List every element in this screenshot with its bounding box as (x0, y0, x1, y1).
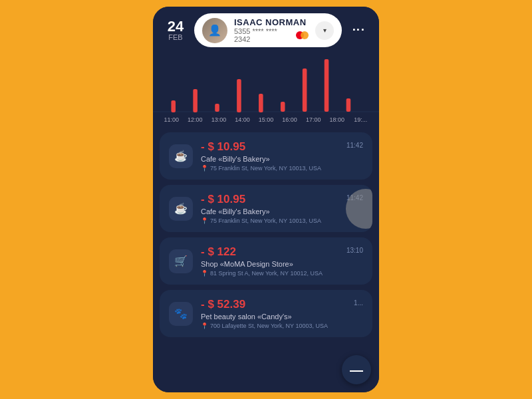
svg-rect-3 (215, 104, 219, 112)
card-number: 5355 **** **** 2342 (234, 27, 309, 43)
transaction-time-1: 11:42 (346, 142, 363, 149)
svg-rect-7 (303, 68, 307, 112)
chart-area: 11:00 12:00 13:00 14:00 15:00 16:00 17:0… (153, 54, 379, 127)
profile-info: ISAAC NORMAN 5355 **** **** 2342 (234, 17, 309, 43)
svg-rect-2 (193, 89, 198, 112)
transaction-name-4: Pet beauty salon «Candy's» (201, 313, 346, 321)
more-button[interactable]: ⋮ (348, 21, 368, 39)
svg-rect-9 (346, 98, 351, 112)
svg-rect-8 (325, 59, 329, 112)
chart-label-15: 15:00 (254, 116, 278, 123)
avatar: 👤 (202, 18, 227, 43)
transaction-icon-shop: 🛒 (169, 249, 193, 273)
chart-label-18: 18:00 (325, 116, 349, 123)
svg-rect-4 (237, 79, 241, 112)
chart-svg (153, 59, 379, 112)
chart-label-17: 17:00 (301, 116, 325, 123)
transaction-address-3: 📍 81 Spring St A, New York, NY 10012, US… (201, 270, 338, 277)
pin-icon-2: 📍 (201, 217, 208, 224)
table-row[interactable]: 🛒 - $ 122 Shop «MoMA Design Store» 📍 81 … (160, 237, 372, 285)
transactions-list: ☕ - $ 10.95 Cafe «Billy's Bakery» 📍 75 F… (153, 127, 379, 392)
transaction-address-4: 📍 700 Lafayette St, New York, NY 10003, … (201, 323, 346, 329)
transaction-icon-pet: 🐾 (169, 302, 193, 326)
table-row[interactable]: 🐾 - $ 52.39 Pet beauty salon «Candy's» 📍… (160, 290, 372, 337)
transaction-details-4: - $ 52.39 Pet beauty salon «Candy's» 📍 7… (201, 298, 346, 329)
transaction-name-2: Cafe «Billy's Bakery» (201, 207, 338, 215)
transaction-amount-2: - $ 10.95 (201, 193, 338, 206)
transaction-amount-1: - $ 10.95 (201, 140, 338, 154)
svg-rect-5 (259, 94, 263, 112)
transaction-time-4: 1... (354, 299, 363, 307)
transaction-time-3: 13:10 (346, 247, 363, 254)
transaction-icon-cafe2: ☕ (169, 197, 193, 221)
pin-icon-4: 📍 (201, 323, 208, 329)
chart-labels: 11:00 12:00 13:00 14:00 15:00 16:00 17:0… (153, 116, 379, 123)
dropdown-button[interactable]: ▾ (315, 21, 334, 40)
chart-label-14: 14:00 (231, 116, 255, 123)
transaction-amount-3: - $ 122 (201, 245, 338, 259)
transaction-details-3: - $ 122 Shop «MoMA Design Store» 📍 81 Sp… (201, 245, 338, 277)
transaction-details-2: - $ 10.95 Cafe «Billy's Bakery» 📍 75 Fra… (201, 193, 338, 224)
svg-rect-1 (171, 100, 176, 112)
pin-icon-1: 📍 (201, 165, 208, 172)
svg-rect-6 (281, 102, 285, 112)
chart-label-16: 16:00 (278, 116, 302, 123)
table-row[interactable]: ☕ - $ 10.95 Cafe «Billy's Bakery» 📍 75 F… (160, 185, 372, 232)
mastercard-icon (296, 31, 309, 39)
transaction-name-1: Cafe «Billy's Bakery» (201, 155, 338, 163)
header: 24 FEB 👤 ISAAC NORMAN 5355 **** **** 234… (153, 7, 379, 54)
chart-label-11: 11:00 (160, 116, 184, 123)
transaction-icon-cafe1: ☕ (169, 144, 193, 168)
chart-label-13: 13:00 (207, 116, 231, 123)
profile-name: ISAAC NORMAN (234, 17, 309, 27)
phone-container: 24 FEB 👤 ISAAC NORMAN 5355 **** **** 234… (153, 7, 379, 392)
date-month: FEB (168, 34, 182, 41)
chart-label-19: 19:... (349, 116, 373, 123)
date-block: 24 FEB (164, 19, 188, 41)
date-day: 24 (168, 19, 184, 34)
transaction-address-1: 📍 75 Franklin St, New York, NY 10013, US… (201, 165, 338, 172)
transaction-address-2: 📍 75 Franklin St, New York, NY 10013, US… (201, 217, 338, 224)
transaction-name-3: Shop «MoMA Design Store» (201, 260, 338, 268)
table-row[interactable]: ☕ - $ 10.95 Cafe «Billy's Bakery» 📍 75 F… (160, 132, 372, 180)
profile-card[interactable]: 👤 ISAAC NORMAN 5355 **** **** 2342 ▾ (194, 13, 342, 47)
fab-button[interactable]: — (342, 355, 371, 384)
pin-icon-3: 📍 (201, 270, 208, 277)
transaction-amount-4: - $ 52.39 (201, 298, 346, 311)
chart-label-12: 12:00 (184, 116, 207, 123)
transaction-details-1: - $ 10.95 Cafe «Billy's Bakery» 📍 75 Fra… (201, 140, 338, 172)
